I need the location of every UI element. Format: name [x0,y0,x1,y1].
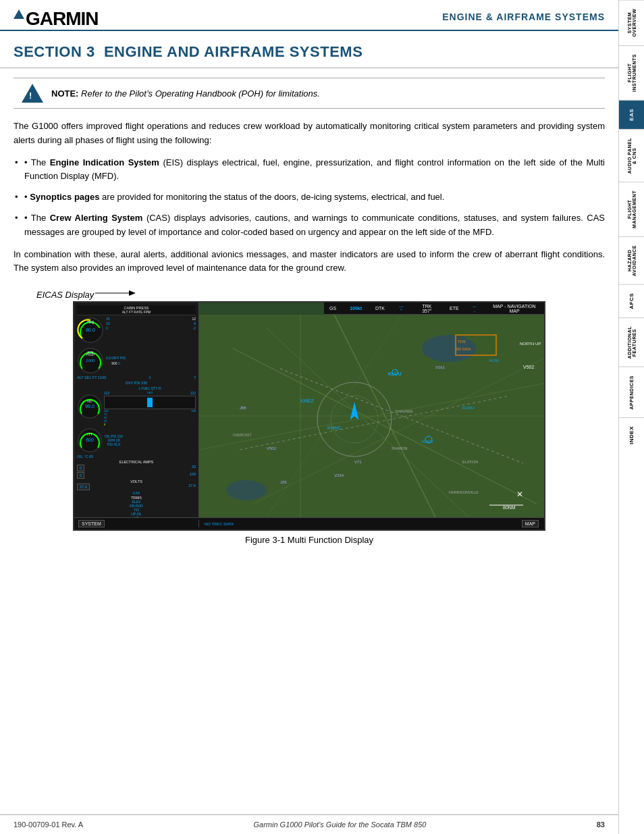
sidebar-item-eas[interactable]: EAS [619,100,644,129]
page-footer: 190-00709-01 Rev. A Garmin G1000 Pilot’s… [0,814,618,834]
svg-text:99.0: 99.0 [85,404,95,409]
instrument-panel: CABIN PRESS ALT FT RATE FPM 80.0 [74,303,199,529]
sidebar-item-additional-features[interactable]: ADDITIONALFEATURES [619,317,644,367]
dtk-value: ---° [398,304,404,313]
svg-text:ELATION: ELATION [462,460,478,464]
eicas-bottombar: SYSTEM NO TRFC DATA MAP [74,517,544,529]
note-text: NOTE: Refer to the Pilot’s Operating Han… [51,88,320,99]
svg-text:KMEZ: KMEZ [300,398,314,403]
doc-number: 190-00709-01 Rev. A [14,820,83,829]
svg-text:NORTH UP: NORTH UP [520,342,541,346]
svg-text:HARRISONVILLE: HARRISONVILLE [449,490,479,494]
svg-text:KGPH: KGPH [462,406,474,410]
garmin-triangle-icon [14,9,24,19]
cas-bold: Crew Alerting System [50,213,143,223]
eicas-section: EICAS Display CABIN PRESS ALT FT RATE FP… [14,286,605,545]
svg-text:V234: V234 [334,473,344,477]
trk-label: TRK 357° [418,304,436,313]
svg-text:KMHC: KMHC [327,425,342,430]
ete-label: ETE [450,306,459,311]
warning-triangle-icon [22,84,43,103]
svg-text:TRQ: TRQ [87,320,95,324]
svg-text:80NM: 80NM [503,505,516,510]
prop-rpm-gauge-icon: 2000 PROP RPM [77,347,104,374]
header-title: ENGINE & AIRFRAME SYSTEMS [442,11,605,26]
gs-label: GS [329,306,336,311]
no-gauge-icon: 99.0 NO [77,394,103,419]
speed-value: 100kt [350,306,362,311]
content-area: NOTE: Refer to the Pilot’s Operating Han… [0,78,618,814]
list-item: • The Engine Indication System (EIS) dis… [14,156,605,184]
svg-text:TFR: TFR [458,340,466,344]
sidebar-item-system-overview[interactable]: SYSTEMOVERVIEW [619,0,644,45]
itt-gauge-icon: 600 ITT [77,427,103,453]
svg-text:NO: NO [87,399,92,403]
diff-psi-label: 0.0 DIFF PSI [106,356,126,360]
svg-text:KCKI: KCKI [489,359,499,363]
navigation-map-svg: KLUU KMEZ KMHC KUKD KGPH KCKI V502 V234 … [199,315,544,517]
eicas-label: EICAS Display [36,290,94,300]
doc-title: Garmin G1000 Pilot’s Guide for the Socat… [253,820,426,829]
sidebar-item-audio-panel[interactable]: AUDIO PANEL& CNS [619,129,644,182]
svg-text:J88: J88 [240,406,246,410]
svg-text:2000: 2000 [86,359,95,363]
alt-ft-label: ALT FT RATE FPM [122,310,151,314]
no-trfc-label: NO TRFC DATA [205,522,234,526]
map-panel: GS 100kt DTK ---° TRK 357° ETE --- MAP -… [199,303,544,529]
section-number: SECTION 3 [14,43,95,60]
ete-value: --- [473,304,477,313]
sidebar-item-appendices[interactable]: APPENDICES [619,367,644,418]
eicas-bottom-right: NO TRFC DATA MAP [199,520,544,527]
feature-list: • The Engine Indication System (EIS) dis… [14,156,605,240]
eicas-display: CABIN PRESS ALT FT RATE FPM 80.0 [73,301,545,531]
svg-text:KLUU: KLUU [388,371,401,376]
list-item: • Synoptics pages are provided for monit… [14,190,605,205]
system-button[interactable]: SYSTEM [78,520,105,527]
eicas-arrow-icon [95,286,136,300]
eicas-system-btn-area: SYSTEM [74,520,199,527]
svg-text:80.0: 80.0 [86,328,95,332]
figure-caption: Figure 3-1 Multi Function Display [14,535,605,545]
svg-text:J26: J26 [280,480,287,484]
section-heading: SECTION 3 ENGINE AND AIRFRAME SYSTEMS [0,31,618,68]
closing-paragraph: In combination with these, aural alerts,… [14,248,605,276]
dtk-label: DTK [375,306,385,311]
list-item: • The Crew Alerting System (CAS) display… [14,211,605,240]
svg-text:600: 600 [86,438,94,442]
sidebar-item-afcs[interactable]: AFCS [619,284,644,317]
eis-bold: Engine Indication System [50,157,159,167]
svg-text:ITT: ITT [87,432,92,436]
svg-text:NO DATA: NO DATA [456,347,471,351]
map-topbar: GS 100kt DTK ---° TRK 357° ETE --- MAP -… [324,303,544,315]
note-label: NOTE: [51,88,78,99]
alt-sel-label: ALT SEL FT 1100 [77,375,106,380]
svg-text:RPM: RPM [88,350,94,354]
note-content: Refer to the Pilot’s Operating Handbook … [81,88,320,99]
svg-point-44 [226,480,267,500]
svg-text:V502: V502 [523,365,534,369]
sidebar-item-flight-instruments[interactable]: FLIGHTINSTRUMENTS [619,45,644,100]
intro-paragraph: The G1000 offers improved flight operati… [14,120,605,148]
sidebar-item-index[interactable]: INDEX [619,417,644,452]
oxy-psi-label: OXY PSI 330 [126,381,148,385]
logo-area: GARMIN [14,8,99,30]
section-title: ENGINE AND AIRFRAME SYSTEMS [104,43,363,60]
svg-text:OVERCAST: OVERCAST [233,433,252,437]
page-header: GARMIN ENGINE & AIRFRAME SYSTEMS [0,0,618,31]
svg-text:SHARON: SHARON [392,446,408,450]
svg-text:V502: V502 [267,446,277,450]
trq-gauge-icon: 80.0 TRQ [77,317,104,344]
section-sidebar: SYSTEMOVERVIEW FLIGHTINSTRUMENTS EAS AUD… [618,0,644,834]
note-box: NOTE: Refer to the Pilot’s Operating Han… [14,78,605,109]
synoptics-bold: Synoptics pages [30,192,99,202]
svg-text:V71: V71 [354,460,362,464]
map-name: MAP - NAVIGATION MAP [490,304,539,313]
sidebar-item-hazard-avoidance[interactable]: HAZARDAVOIDANCE [619,236,644,284]
sidebar-item-flight-management[interactable]: FLIGHTMANAGEMENT [619,182,644,236]
svg-text:CHAUNEE: CHAUNEE [395,409,413,413]
page-number: 83 [597,820,605,829]
svg-text:✕: ✕ [516,490,523,499]
svg-marker-1 [129,290,136,296]
svg-text:V161: V161 [435,365,446,369]
map-button[interactable]: MAP [522,520,539,527]
